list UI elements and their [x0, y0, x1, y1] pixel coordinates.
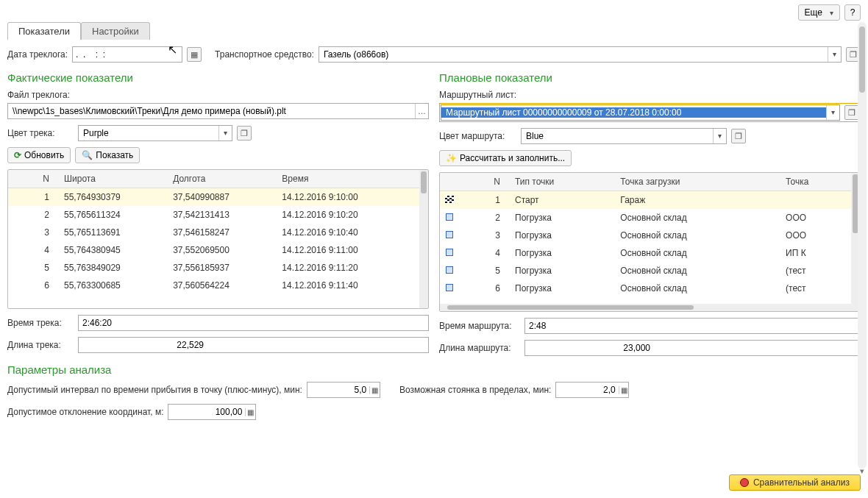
- compare-icon: [740, 478, 749, 487]
- route-color-dropdown-icon[interactable]: ▾: [713, 129, 726, 143]
- table-row[interactable]: 6 55,763300685 37,560564224 14.12.2016 9…: [8, 277, 419, 294]
- calendar-icon[interactable]: ▦: [187, 47, 202, 62]
- page-vscroll[interactable]: ▾: [858, 22, 867, 469]
- facts-table[interactable]: N Широта Долгота Время 1 55,764930379 37…: [7, 169, 429, 309]
- coord-dev-spinner-icon[interactable]: ▦: [245, 408, 255, 416]
- cell-type: Погрузка: [511, 209, 616, 227]
- pcol-point[interactable]: Точка: [781, 173, 851, 191]
- plan-hscroll[interactable]: [440, 304, 851, 311]
- cell-time: 14.12.2016 9:10:20: [277, 206, 419, 224]
- pcol-load[interactable]: Точка загрузки: [616, 173, 781, 191]
- cell-n: 3: [459, 227, 511, 244]
- cell-load: Основной склад: [616, 244, 781, 262]
- track-len-value[interactable]: [82, 340, 424, 350]
- compare-button[interactable]: Сравнительный анализ: [729, 474, 861, 491]
- track-time-value[interactable]: [82, 318, 424, 328]
- cell-point: (тест: [781, 280, 851, 297]
- cell-lon: 37,546158247: [168, 224, 277, 241]
- file-input[interactable]: [8, 106, 415, 116]
- route-len-value[interactable]: [529, 343, 856, 353]
- facts-title: Фактические показатели: [7, 71, 429, 84]
- show-label: Показать: [96, 150, 133, 160]
- coord-dev-label: Допустимое отклонение координат, м:: [7, 407, 163, 417]
- table-row[interactable]: 2 Погрузка Основной склад ООО: [440, 209, 851, 227]
- track-color-dropdown-icon[interactable]: ▾: [218, 126, 232, 140]
- cell-time: 14.12.2016 9:11:20: [277, 259, 419, 277]
- cell-lon: 37,540990887: [168, 188, 277, 207]
- file-browse-icon[interactable]: …: [415, 104, 428, 118]
- cell-n: 1: [8, 188, 60, 207]
- cell-lon: 37,552069500: [168, 241, 277, 259]
- tracklog-date-input[interactable]: [73, 47, 182, 62]
- cell-n: 2: [8, 206, 60, 224]
- col-n[interactable]: N: [8, 170, 60, 188]
- table-row[interactable]: 1 Старт Гараж: [440, 191, 851, 210]
- vehicle-input[interactable]: [319, 49, 828, 60]
- calc-label: Рассчитать и заполнить...: [460, 153, 565, 163]
- show-button[interactable]: 🔍 Показать: [75, 147, 140, 163]
- refresh-button[interactable]: ⟳ Обновить: [7, 147, 71, 163]
- tab-settings[interactable]: Настройки: [81, 22, 150, 40]
- table-row[interactable]: 4 55,764380945 37,552069500 14.12.2016 9…: [8, 241, 419, 259]
- pcol-type[interactable]: Тип точки: [511, 173, 616, 191]
- cell-point: (тест: [781, 262, 851, 280]
- wand-icon: ✨: [446, 153, 457, 163]
- col-time[interactable]: Время: [277, 170, 419, 188]
- route-list-input[interactable]: [441, 107, 826, 118]
- cell-n: 4: [8, 241, 60, 259]
- cell-load: Основной склад: [616, 227, 781, 244]
- table-row[interactable]: 5 55,763849029 37,556185937 14.12.2016 9…: [8, 259, 419, 277]
- route-list-open-icon[interactable]: ❐: [844, 105, 859, 120]
- cell-lat: 55,764380945: [60, 241, 168, 259]
- pcol-n[interactable]: N: [459, 173, 511, 191]
- cell-lon: 37,542131413: [168, 206, 277, 224]
- table-row[interactable]: 3 55,765113691 37,546158247 14.12.2016 9…: [8, 224, 419, 241]
- cell-n: 5: [8, 259, 60, 277]
- cell-time: 14.12.2016 9:10:00: [277, 188, 419, 207]
- cell-type: Старт: [511, 191, 616, 210]
- params-title: Параметры анализа: [7, 363, 861, 376]
- col-lon[interactable]: Долгота: [168, 170, 277, 188]
- table-row[interactable]: 1 55,764930379 37,540990887 14.12.2016 9…: [8, 188, 419, 207]
- route-color-open-icon[interactable]: ❐: [731, 129, 746, 143]
- cell-point: ИП К: [781, 244, 851, 262]
- vehicle-dropdown-icon[interactable]: ▾: [828, 47, 841, 62]
- table-row[interactable]: 4 Погрузка Основной склад ИП К: [440, 244, 851, 262]
- cell-n: 5: [459, 262, 511, 280]
- cell-point: ООО: [781, 227, 851, 244]
- table-header-row: N Широта Долгота Время: [8, 170, 419, 188]
- cell-load: Гараж: [616, 191, 781, 210]
- interval-input[interactable]: [307, 385, 369, 395]
- route-color-input[interactable]: [522, 131, 713, 141]
- route-time-value[interactable]: [529, 321, 856, 331]
- help-button[interactable]: ?: [844, 4, 861, 21]
- table-row[interactable]: 3 Погрузка Основной склад ООО: [440, 227, 851, 244]
- track-color-input[interactable]: [79, 128, 218, 138]
- cell-n: 6: [8, 277, 60, 294]
- more-button[interactable]: Еще: [798, 4, 840, 21]
- refresh-label: Обновить: [24, 150, 64, 160]
- cell-type: Погрузка: [511, 244, 616, 262]
- col-lat[interactable]: Широта: [60, 170, 168, 188]
- table-row[interactable]: 6 Погрузка Основной склад (тест: [440, 280, 851, 297]
- cell-lon: 37,560564224: [168, 277, 277, 294]
- cell-time: 14.12.2016 9:11:00: [277, 241, 419, 259]
- parking-spinner-icon[interactable]: ▦: [619, 386, 629, 394]
- calc-button[interactable]: ✨ Рассчитать и заполнить...: [439, 150, 572, 166]
- refresh-icon: ⟳: [14, 150, 21, 160]
- table-row[interactable]: 2 55,765611324 37,542131413 14.12.2016 9…: [8, 206, 419, 224]
- parking-input[interactable]: [556, 385, 618, 395]
- facts-vscroll[interactable]: [419, 170, 428, 308]
- track-color-open-icon[interactable]: ❐: [237, 126, 252, 140]
- interval-spinner-icon[interactable]: ▦: [369, 386, 380, 394]
- coord-dev-input[interactable]: [168, 407, 245, 417]
- cell-lon: 37,556185937: [168, 259, 277, 277]
- route-list-dropdown-icon[interactable]: ▾: [826, 105, 839, 120]
- table-row[interactable]: 5 Погрузка Основной склад (тест: [440, 262, 851, 280]
- plan-table[interactable]: N Тип точки Точка загрузки Точка 1 Старт…: [439, 172, 861, 312]
- route-len-label: Длина маршрута:: [439, 343, 520, 353]
- tab-indicators[interactable]: Показатели: [7, 22, 81, 40]
- cell-type: Погрузка: [511, 262, 616, 280]
- plan-title: Плановые показатели: [439, 71, 861, 84]
- cell-type: Погрузка: [511, 280, 616, 297]
